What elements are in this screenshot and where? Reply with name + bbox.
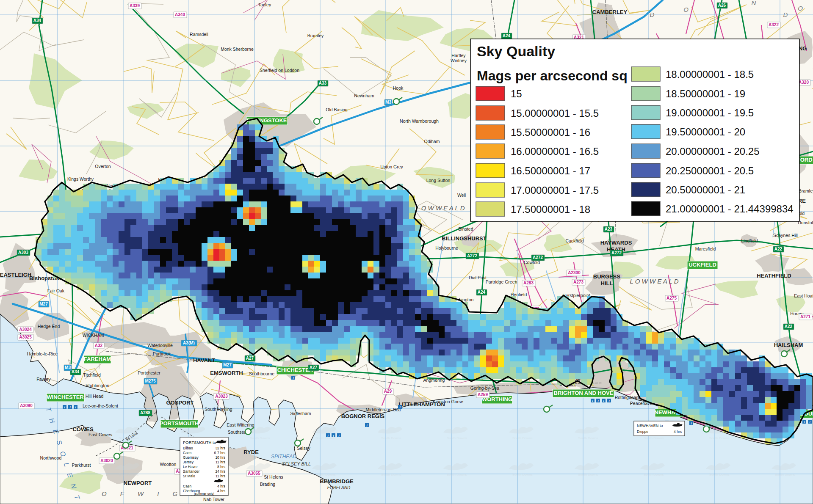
svg-text:A29: A29 <box>384 389 392 394</box>
svg-text:Mags per arcsecond sq: Mags per arcsecond sq <box>477 68 628 83</box>
svg-text:15: 15 <box>511 88 522 99</box>
svg-text:Old Basing: Old Basing <box>326 107 348 112</box>
svg-text:Waterlooville: Waterlooville <box>147 343 173 348</box>
svg-text:Bramley: Bramley <box>799 188 813 193</box>
svg-text:Tadley: Tadley <box>258 2 271 7</box>
svg-text:HILL: HILL <box>601 280 613 286</box>
svg-text:A283: A283 <box>523 281 534 285</box>
svg-text:Sky Quality: Sky Quality <box>477 43 555 59</box>
svg-text:Fawley: Fawley <box>36 377 51 382</box>
svg-text:A27: A27 <box>246 356 254 361</box>
svg-text:South Hayling: South Hayling <box>205 407 232 412</box>
svg-text:A23: A23 <box>605 227 613 231</box>
svg-text:M3: M3 <box>65 365 71 370</box>
svg-text:A24: A24 <box>503 33 511 38</box>
svg-text:A3090: A3090 <box>20 403 33 408</box>
svg-text:South Downs: South Downs <box>447 473 467 476</box>
svg-text:Nab Tower: Nab Tower <box>203 497 225 502</box>
svg-text:Well: Well <box>457 193 466 198</box>
svg-text:Stubbington: Stubbington <box>86 383 109 388</box>
svg-text:EMSWORTH: EMSWORTH <box>210 370 243 376</box>
svg-text:South Downs: South Downs <box>512 436 533 440</box>
svg-text:A272: A272 <box>611 251 622 255</box>
svg-text:A2300: A2300 <box>568 270 581 275</box>
svg-text:Dieppe: Dieppe <box>637 430 648 434</box>
svg-text:South Downs: South Downs <box>315 473 336 476</box>
svg-text:Brading: Brading <box>260 482 275 487</box>
svg-text:A340: A340 <box>175 12 185 17</box>
svg-text:A288: A288 <box>140 410 150 415</box>
svg-text:Lee-on-the-Solent: Lee-on-the-Solent <box>83 403 118 408</box>
svg-text:A272: A272 <box>467 253 477 258</box>
svg-text:6-7 hrs: 6-7 hrs <box>214 451 225 455</box>
svg-text:South Downs: South Downs <box>709 473 730 476</box>
svg-text:BILLINGSHURST: BILLINGSHURST <box>442 235 487 242</box>
svg-text:20.00000001 - 20.25: 20.00000001 - 20.25 <box>666 146 760 157</box>
svg-text:Portchester: Portchester <box>138 370 160 375</box>
svg-text:Holybourne: Holybourne <box>435 245 458 251</box>
svg-text:A3023: A3023 <box>215 394 228 399</box>
svg-text:Binsted: Binsted <box>458 226 473 231</box>
svg-text:Parkhurst: Parkhurst <box>72 463 91 468</box>
svg-text:N: N <box>752 0 756 6</box>
svg-text:O: O <box>798 5 803 12</box>
svg-text:Hook: Hook <box>393 85 404 91</box>
svg-text:32 hrs: 32 hrs <box>215 446 225 450</box>
svg-text:SELSEY BILL: SELSEY BILL <box>282 461 311 466</box>
svg-text:FAREHAM: FAREHAM <box>84 356 111 362</box>
svg-text:24 hrs: 24 hrs <box>215 469 225 474</box>
svg-text:Hartley: Hartley <box>451 53 466 58</box>
svg-text:4 hrs: 4 hrs <box>217 484 225 488</box>
svg-text:CHICHESTER: CHICHESTER <box>277 367 313 373</box>
svg-text:A24: A24 <box>478 290 486 295</box>
svg-text:South Downs: South Downs <box>119 473 139 476</box>
svg-text:A303: A303 <box>18 250 28 255</box>
svg-text:COWES: COWES <box>72 426 93 432</box>
svg-text:BEMBRIDGE: BEMBRIDGE <box>320 478 354 485</box>
svg-text:St Malo: St Malo <box>183 474 195 478</box>
svg-text:East Hoathly: East Hoathly <box>794 293 813 298</box>
svg-text:South Downs: South Downs <box>381 436 401 440</box>
svg-text:8 hrs: 8 hrs <box>217 465 225 469</box>
svg-text:South Downs: South Downs <box>644 473 664 476</box>
svg-text:HAYWARDS: HAYWARDS <box>600 240 632 246</box>
svg-text:NEWPORT: NEWPORT <box>124 480 152 486</box>
svg-text:D: D <box>783 11 788 18</box>
svg-text:11 hrs: 11 hrs <box>216 460 225 464</box>
svg-text:20.50000001 - 21: 20.50000001 - 21 <box>666 184 745 196</box>
svg-text:A339: A339 <box>130 3 140 8</box>
svg-text:PORTSMOUTH to: PORTSMOUTH to <box>183 440 216 445</box>
svg-text:Dial Post: Dial Post <box>469 275 487 280</box>
svg-text:A3055: A3055 <box>248 471 260 476</box>
svg-text:16.50000001 - 17: 16.50000001 - 17 <box>511 165 590 176</box>
svg-text:Southsea: Southsea <box>228 430 247 435</box>
svg-text:Hamble-le-Rice: Hamble-le-Rice <box>27 351 58 356</box>
svg-text:Caen: Caen <box>183 451 192 455</box>
svg-text:A32: A32 <box>95 343 103 348</box>
svg-text:Lindfield: Lindfield <box>741 238 758 243</box>
svg-text:A34: A34 <box>33 18 41 23</box>
svg-text:CAMBERLEY: CAMBERLEY <box>592 9 628 15</box>
svg-text:Le Havre: Le Havre <box>183 465 198 469</box>
svg-text:Fair Oak: Fair Oak <box>47 288 65 293</box>
svg-text:A322: A322 <box>769 22 779 27</box>
svg-text:Hill Head: Hill Head <box>86 394 104 399</box>
svg-text:Ramsdell: Ramsdell <box>190 32 208 37</box>
svg-text:A3020: A3020 <box>100 458 113 463</box>
svg-text:Long Sutton: Long Sutton <box>426 178 451 183</box>
svg-text:20.25000001 - 20.5: 20.25000001 - 20.5 <box>666 165 754 176</box>
svg-text:HAVANT: HAVANT <box>193 357 215 364</box>
svg-text:BURGESS: BURGESS <box>593 273 621 280</box>
svg-text:South Downs: South Downs <box>644 436 664 440</box>
svg-text:Goring-by-Sea: Goring-by-Sea <box>470 386 499 391</box>
svg-text:South Downs: South Downs <box>775 473 795 476</box>
svg-text:Titchfield: Titchfield <box>83 372 101 377</box>
svg-text:Newnham: Newnham <box>354 93 374 98</box>
svg-text:South Downs: South Downs <box>447 436 467 440</box>
svg-text:M27: M27 <box>223 363 232 367</box>
svg-text:10 hrs: 10 hrs <box>215 455 225 460</box>
svg-text:FORELAND: FORELAND <box>327 485 350 490</box>
svg-text:HAILSHAM: HAILSHAM <box>774 342 803 348</box>
svg-text:A22: A22 <box>774 247 783 251</box>
svg-text:16.00000001 - 16.5: 16.00000001 - 16.5 <box>511 146 599 157</box>
